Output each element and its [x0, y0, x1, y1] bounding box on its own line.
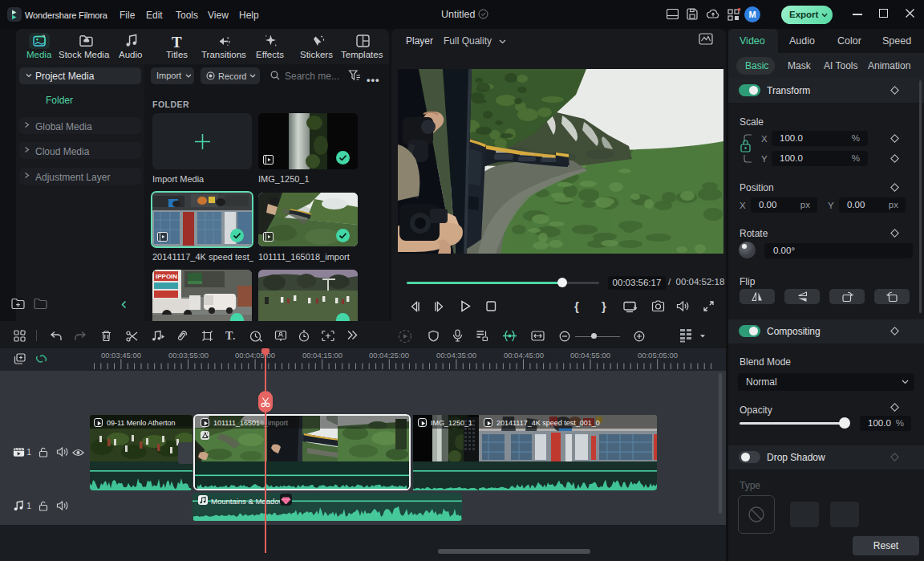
svg-text:IPPOIN: IPPOIN [156, 273, 177, 280]
